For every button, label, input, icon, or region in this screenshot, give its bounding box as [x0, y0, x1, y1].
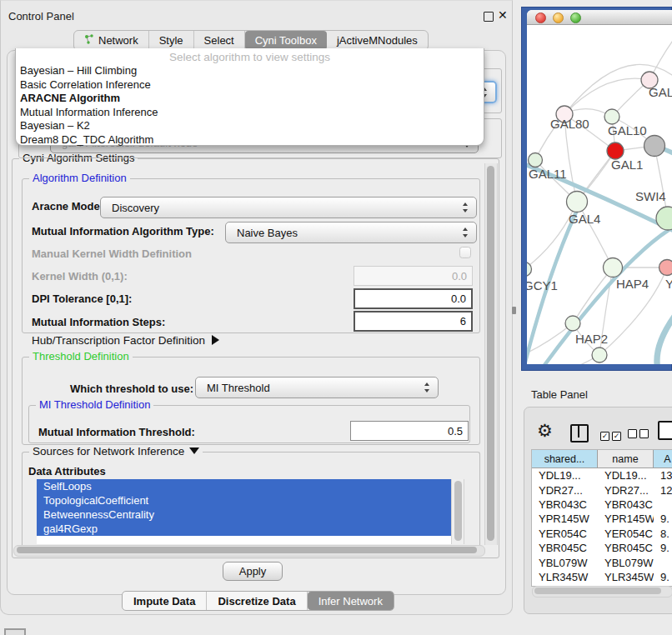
bottom-tab-bar: Impute DataDiscretize DataInfer Network [122, 591, 394, 611]
network-node[interactable] [607, 142, 624, 159]
table-cell: YDR27... [532, 482, 598, 497]
table-cell: YLR345W [598, 570, 654, 584]
network-node[interactable] [567, 192, 588, 212]
minimize-traffic-light-icon[interactable] [553, 12, 564, 23]
columns-icon[interactable] [570, 424, 589, 442]
aracne-mode-value: Discovery [112, 202, 159, 214]
algorithm-option[interactable]: Dream8 DC_TDC Algorithm [20, 133, 488, 148]
table-row[interactable]: YBL079WYBL079W [532, 555, 672, 569]
tab-jactivemnodules[interactable]: jActiveMNodules [327, 31, 428, 50]
algorithm-option[interactable]: ARACNE Algorithm [20, 92, 488, 106]
network-edge[interactable] [527, 355, 599, 364]
network-node[interactable] [529, 153, 543, 168]
minimized-panel-icon[interactable] [4, 628, 26, 635]
network-window-titlebar[interactable] [527, 10, 672, 25]
checked-box-icon: ✓ [612, 432, 621, 441]
algorithm-definition-title: Algorithm Definition [29, 172, 130, 184]
attributes-vscrollbar[interactable] [451, 479, 464, 544]
table-cell: 12 [654, 482, 672, 497]
network-edge[interactable] [657, 315, 672, 364]
mi-steps-label: Mutual Information Steps: [32, 316, 165, 328]
mi-type-combobox[interactable]: Naive Bayes [225, 222, 477, 243]
table-row[interactable]: YBR043CYBR043C [532, 498, 672, 512]
network-node[interactable] [604, 258, 623, 278]
mi-type-label: Mutual Information Algorithm Type: [32, 225, 214, 238]
algorithm-option[interactable]: Bayesian – Hill Climbing [20, 64, 488, 78]
panel-splitter-grip[interactable] [512, 307, 516, 314]
network-node-label: SWI4 [635, 189, 666, 203]
attributes-vscrollbar-thumb[interactable] [454, 481, 462, 541]
hub-definition-expander[interactable]: Hub/Transcription Factor Definition [32, 334, 219, 347]
tab-label: Cyni Toolbox [255, 34, 317, 47]
aracne-mode-combobox[interactable]: Discovery [100, 197, 477, 218]
algorithm-option[interactable]: Bayesian – K2 [20, 119, 488, 133]
bottom-tab-infer-network[interactable]: Infer Network [308, 592, 394, 610]
table-hscrollbar[interactable] [532, 586, 672, 598]
network-node[interactable] [656, 207, 672, 230]
table-cell: YER054C [532, 527, 598, 541]
settings-vscrollbar[interactable] [484, 163, 498, 545]
kernel-width-field[interactable]: 0.0 [354, 266, 473, 286]
popup-hint: Select algorithm to view settings [16, 51, 484, 63]
table-row[interactable]: YLR345WYLR345W9. [532, 570, 672, 584]
bottom-tab-impute-data[interactable]: Impute Data [123, 592, 207, 610]
table-cell: YPR145W [598, 512, 654, 526]
settings-hscrollbar[interactable] [13, 545, 485, 557]
table-row[interactable]: YDR27...YDR27...12 [532, 482, 672, 497]
new-table-icon[interactable] [658, 421, 672, 440]
hide-all-columns-icon[interactable] [628, 427, 651, 442]
algorithm-option[interactable]: Mutual Information Inference [20, 106, 488, 120]
tab-cyni-toolbox[interactable]: Cyni Toolbox [245, 31, 327, 50]
zoom-traffic-light-icon[interactable] [570, 12, 581, 23]
bottom-tab-discretize-data[interactable]: Discretize Data [207, 592, 307, 610]
network-canvas[interactable]: GALGAL80GAL10GAL1GAL11GAL4SWI4GCY1HAP4YH… [527, 25, 672, 364]
gear-icon[interactable]: ⚙ [537, 421, 553, 441]
table-column-header[interactable]: name [598, 450, 654, 468]
float-window-icon[interactable] [484, 12, 494, 22]
dpi-tolerance-field[interactable]: 0.0 [354, 288, 473, 309]
table-column-header[interactable]: shared... [532, 450, 598, 468]
table-cell: YBR043C [598, 498, 654, 512]
table-row[interactable]: YBR045CYBR045C9. [532, 541, 672, 555]
network-edge[interactable] [573, 268, 613, 323]
table-hscrollbar-thumb[interactable] [534, 588, 661, 594]
algorithm-option[interactable]: Basic Correlation Inference [20, 78, 488, 92]
table-cell: 13 [654, 468, 672, 482]
tab-style[interactable]: Style [149, 31, 194, 50]
table-column-header[interactable]: A [654, 450, 672, 468]
table-cell: YPR145W [532, 512, 598, 526]
which-threshold-combobox[interactable]: MI Threshold [195, 377, 439, 398]
manual-kernel-label: Manual Kernel Width Definition [32, 248, 192, 260]
network-node[interactable] [644, 136, 665, 157]
network-edge[interactable] [564, 78, 649, 114]
mi-threshold-field[interactable]: 0.5 [350, 421, 469, 441]
table-row[interactable]: YPR145WYPR145W9. [532, 512, 672, 526]
network-node-label: GAL4 [569, 212, 600, 226]
network-node[interactable] [659, 260, 672, 276]
settings-vscrollbar-thumb[interactable] [487, 166, 494, 541]
network-node[interactable] [592, 348, 607, 362]
table-row[interactable]: YDL19...YDL19...13 [532, 468, 672, 482]
show-all-columns-icon[interactable]: ✓✓ [600, 427, 624, 442]
apply-button[interactable]: Apply [223, 562, 283, 581]
attribute-item[interactable]: BetweennessCentrality [37, 508, 464, 522]
tab-label: Select [204, 34, 234, 47]
settings-hscrollbar-thumb[interactable] [17, 547, 477, 553]
network-node[interactable] [604, 109, 619, 124]
attribute-item[interactable]: SelfLoops [37, 479, 464, 493]
tab-network[interactable]: Network [74, 31, 149, 50]
close-icon[interactable]: ✕ [498, 8, 508, 22]
attribute-item[interactable]: TopologicalCoefficient [37, 493, 464, 508]
attribute-item[interactable]: gal4RGexp [37, 522, 464, 536]
close-traffic-light-icon[interactable] [535, 12, 546, 23]
table-cell: YDR27... [598, 482, 654, 497]
table-row[interactable]: YER054CYER054C8. [532, 527, 672, 541]
manual-kernel-checkbox[interactable] [459, 247, 471, 258]
tab-select[interactable]: Select [194, 31, 245, 50]
mi-steps-field[interactable]: 6 [354, 311, 473, 332]
sources-title-wrap[interactable]: Sources for Network Inference [29, 445, 203, 458]
table-cell: YDL19... [598, 468, 654, 482]
apply-button-label: Apply [239, 565, 267, 578]
network-node[interactable] [565, 316, 580, 331]
network-node-label: GAL10 [608, 123, 647, 138]
